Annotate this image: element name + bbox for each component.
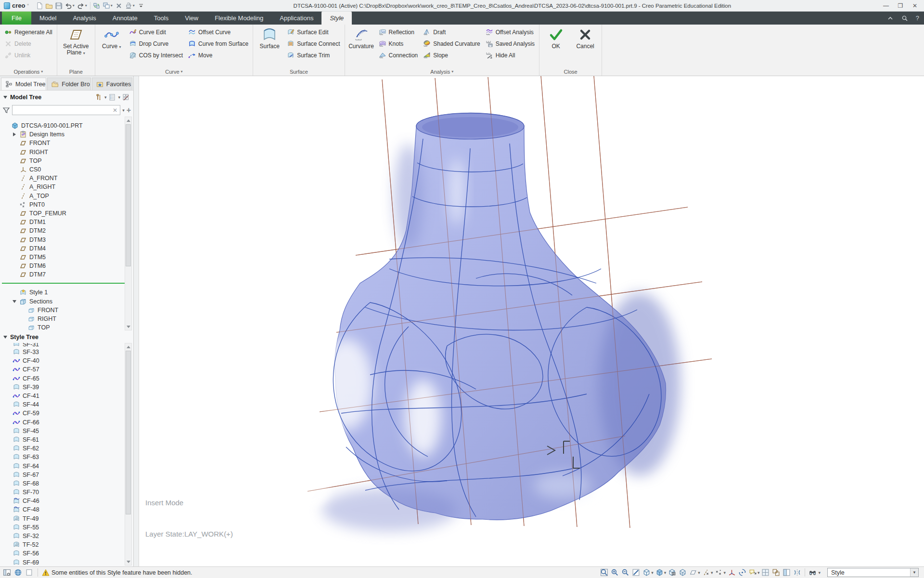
panel-resize-sash[interactable] <box>134 76 139 566</box>
style-tree-item[interactable]: SF-44 <box>0 400 133 409</box>
shaded-curvature-button[interactable]: Shaded Curvature <box>421 39 482 49</box>
drop-curve-button[interactable]: Drop Curve <box>127 39 185 49</box>
style-tree-item[interactable]: CF-59 <box>0 409 133 418</box>
insert-mode-indicator[interactable] <box>2 283 130 284</box>
surface-connect-button[interactable]: Surface Connect <box>285 39 342 49</box>
tree-item[interactable]: DTM1 <box>0 218 133 226</box>
style-tree-scrollbar[interactable] <box>125 343 132 565</box>
connection-button[interactable]: Connection <box>377 50 420 60</box>
tab-flexible-modeling[interactable]: Flexible Modeling <box>206 12 271 25</box>
tree-item[interactable]: Style 1 <box>0 288 133 297</box>
style-tree-item[interactable]: TF-52 <box>0 540 133 549</box>
tree-item[interactable]: DTM7 <box>0 270 133 279</box>
find-caret[interactable]: ▾ <box>818 570 821 575</box>
zoom-out-button[interactable] <box>621 568 630 577</box>
tree-columns-icon[interactable] <box>122 93 130 101</box>
style-tree-item[interactable]: CF-57 <box>0 365 133 374</box>
save-button[interactable] <box>54 1 64 11</box>
ribbon-group-label-operations[interactable]: Operations▾ <box>2 67 54 76</box>
tree-item[interactable]: TOP <box>0 323 133 331</box>
navigator-toggle-icon[interactable] <box>2 568 12 577</box>
tab-style[interactable]: Style <box>321 12 352 25</box>
minimize-ribbon-icon[interactable] <box>887 15 894 22</box>
navigator-tab-favorites[interactable]: Favorites <box>92 78 132 90</box>
model-tree-scrollbar[interactable] <box>125 117 132 330</box>
find-icon[interactable] <box>808 568 817 577</box>
datum-display-button[interactable]: ▾ <box>702 568 713 577</box>
style-tree-item[interactable]: SF-39 <box>0 383 133 392</box>
regenerate-button[interactable] <box>92 1 102 11</box>
tab-analysis[interactable]: Analysis <box>64 12 104 25</box>
tab-model[interactable]: Model <box>31 12 64 25</box>
window-switch-button[interactable]: ▾ <box>102 1 114 11</box>
tree-item[interactable]: RIGHT <box>0 148 133 157</box>
new-file-button[interactable] <box>35 1 44 11</box>
tree-item[interactable]: Sections <box>0 297 133 306</box>
tree-item[interactable]: A_TOP <box>0 192 133 200</box>
offset-curve-button[interactable]: Offset Curve <box>186 27 250 37</box>
combo-caret-icon[interactable]: ▼ <box>910 568 918 577</box>
reflection-button[interactable]: Reflection <box>377 27 420 37</box>
undo-button[interactable]: ▾ <box>64 1 76 11</box>
style-tree-item[interactable]: CF-40 <box>0 356 133 365</box>
plane-display-button[interactable]: ▾ <box>689 568 700 577</box>
tree-item[interactable]: DTM5 <box>0 253 133 262</box>
style-tree-item[interactable]: CF-66 <box>0 418 133 427</box>
regenerate-all-button[interactable]: Regenerate All <box>2 27 54 37</box>
tab-tools[interactable]: Tools <box>146 12 177 25</box>
tree-item[interactable]: CS0 <box>0 165 133 174</box>
help-icon[interactable]: ? <box>916 14 919 22</box>
delete-button[interactable]: Delete <box>2 39 54 49</box>
close-window-button[interactable] <box>114 1 124 11</box>
style-tree-item[interactable]: SF-70 <box>0 488 133 497</box>
tree-item[interactable]: FRONT <box>0 306 133 315</box>
tab-file[interactable]: File <box>2 12 31 25</box>
capture-button[interactable] <box>667 568 677 577</box>
tree-item[interactable]: DTM6 <box>0 262 133 270</box>
mirror-view-button[interactable] <box>793 568 802 577</box>
spin-center-button[interactable] <box>738 568 747 577</box>
zoom-fit-button[interactable] <box>600 568 609 577</box>
tab-view[interactable]: View <box>177 12 206 25</box>
new-object-icon[interactable] <box>25 568 34 577</box>
window-swap-button[interactable] <box>771 568 781 577</box>
style-tree-item[interactable]: SF-33 <box>0 348 133 356</box>
ok-button[interactable]: OK <box>542 26 570 67</box>
filter-funnel-icon[interactable] <box>2 106 10 114</box>
zoom-in-button[interactable] <box>610 568 619 577</box>
tree-item[interactable]: A_RIGHT <box>0 183 133 191</box>
tree-settings-caret[interactable]: ▾ <box>118 95 120 100</box>
customize-toolbar-button[interactable] <box>136 1 146 11</box>
tab-applications[interactable]: Applications <box>271 12 321 25</box>
tree-item[interactable]: DTM4 <box>0 244 133 253</box>
style-tree-item[interactable]: CF-48 <box>0 505 133 514</box>
style-tree-item[interactable]: SF-61 <box>0 435 133 444</box>
style-tree-item[interactable]: SF-55 <box>0 523 133 532</box>
cancel-button[interactable]: Cancel <box>571 26 599 67</box>
curve-button[interactable]: Curve ▾ <box>98 26 126 67</box>
style-tree-item[interactable]: CF-65 <box>0 374 133 383</box>
style-filter-combobox[interactable]: Style ▼ <box>827 568 919 577</box>
curve-from-surface-button[interactable]: Curve from Surface <box>186 39 250 49</box>
style-tree-item[interactable]: SF-31 <box>0 343 133 348</box>
style-tree-item[interactable]: SF-63 <box>0 453 133 461</box>
tree-item[interactable]: TOP <box>0 157 133 165</box>
tree-item[interactable]: PNT0 <box>0 200 133 209</box>
navigator-tab-folder-bro[interactable]: Folder Bro <box>47 78 91 90</box>
saved-analysis-button[interactable]: Saved Analysis <box>484 39 537 49</box>
search-icon[interactable] <box>901 15 908 22</box>
tree-item[interactable]: DTM3 <box>0 235 133 244</box>
surface-edit-button[interactable]: Surface Edit <box>285 27 342 37</box>
window-split-button[interactable] <box>782 568 791 577</box>
style-tree-item[interactable]: SF-64 <box>0 461 133 470</box>
filter-caret[interactable]: ▾ <box>122 108 125 113</box>
add-filter-icon[interactable]: + <box>127 107 131 114</box>
tree-item[interactable]: RIGHT <box>0 315 133 323</box>
style-tree-item[interactable]: SF-69 <box>0 558 133 567</box>
tree-item[interactable]: DTCSA-9100-001.PRT <box>0 121 133 130</box>
ribbon-group-label-analysis[interactable]: Analysis▾ <box>347 67 537 76</box>
web-browser-icon[interactable] <box>13 568 23 577</box>
surface-trim-button[interactable]: Surface Trim <box>285 50 342 60</box>
collapse-style-tree-icon[interactable] <box>3 336 7 339</box>
annotation-display-button[interactable]: ▾ <box>748 568 760 577</box>
